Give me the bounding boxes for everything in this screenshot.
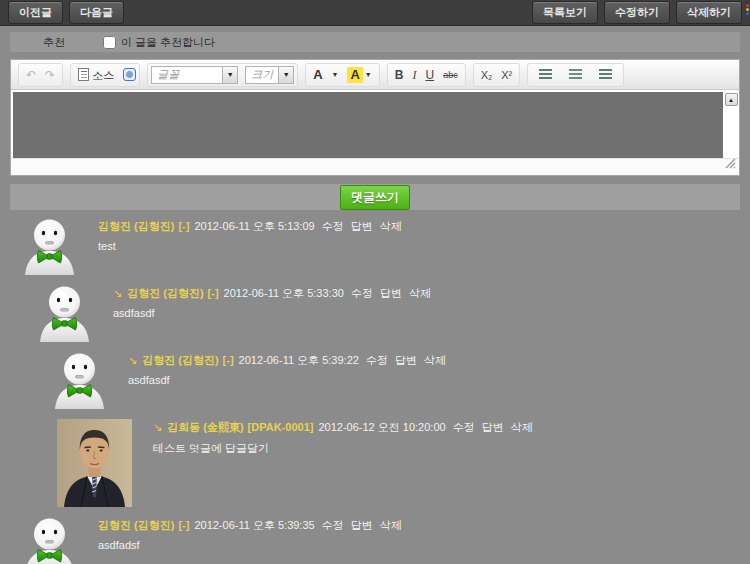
comment-date: 2012-06-11 오후 5:13:09 [194, 220, 314, 232]
comment-content: ↘김희동 (金熙東)[DPAK-0001]2012-06-12 오전 10:20… [153, 419, 533, 507]
subscript-button[interactable]: X₂ [477, 66, 497, 84]
comment-edit-link[interactable]: 수정 [366, 354, 388, 366]
comment-header: ↘김희동 (金熙東)[DPAK-0001]2012-06-12 오전 10:20… [153, 420, 533, 435]
maximize-icon[interactable] [123, 68, 136, 81]
align-right-icon [599, 69, 612, 80]
align-center-icon [569, 69, 582, 80]
comment-reply-link[interactable]: 답변 [351, 519, 373, 531]
comment-reply-link[interactable]: 답변 [380, 287, 402, 299]
comment-row: 김형진 (김형진)[-]2012-06-11 오후 5:13:09수정답변삭제t… [0, 218, 750, 275]
reply-arrow-icon: ↘ [113, 287, 122, 299]
text-color-caret-icon: ▼ [332, 67, 339, 83]
delete-post-button[interactable]: 삭제하기 [676, 1, 742, 24]
prev-next-group: 이전글 다음글 [5, 1, 127, 24]
comment-edit-link[interactable]: 수정 [453, 421, 475, 433]
comment-delete-link[interactable]: 삭제 [511, 421, 533, 433]
prev-post-button[interactable]: 이전글 [8, 1, 63, 24]
comment-body: 테스트 덧글에 답글달기 [153, 441, 533, 456]
recommend-row: 추천 이 글을 추천합니다 [10, 32, 740, 52]
highlight-color-button[interactable]: A ▼ [343, 66, 375, 84]
comment-author-tag: [-] [223, 354, 234, 366]
list-view-button[interactable]: 목록보기 [532, 1, 598, 24]
source-group: 소스 [70, 63, 140, 87]
comment-content: ↘김형진 (김형진)[-]2012-06-11 오후 5:33:30수정답변삭제… [113, 285, 431, 342]
font-dropdown[interactable]: 글꼴 ▼ [151, 65, 238, 85]
comment-row: ↘김형진 (김형진)[-]2012-06-11 오후 5:33:30수정답변삭제… [0, 285, 750, 342]
top-action-bar: 이전글 다음글 목록보기 수정하기 삭제하기 [0, 0, 750, 26]
comment-date: 2012-06-12 오전 10:20:00 [318, 421, 445, 433]
align-right-button[interactable] [591, 68, 620, 81]
comment-date: 2012-06-11 오후 5:39:35 [194, 519, 314, 531]
write-comment-button[interactable]: 댓글쓰기 [340, 185, 410, 210]
comment-reply-link[interactable]: 답변 [351, 220, 373, 232]
comment-author-link[interactable]: 김형진 (김형진) [127, 287, 203, 299]
strikethrough-button[interactable]: abc [439, 66, 462, 84]
size-dropdown[interactable]: 크기 ▼ [245, 65, 294, 85]
comment-body: asdfasdf [128, 374, 446, 386]
scroll-up-icon[interactable]: ▲ [725, 93, 738, 106]
user-photo-avatar [57, 419, 132, 507]
comment-author-link[interactable]: 김희동 (金熙東) [167, 421, 243, 433]
comment-header: ↘김형진 (김형진)[-]2012-06-11 오후 5:33:30수정답변삭제 [113, 286, 431, 301]
post-actions-group: 목록보기 수정하기 삭제하기 [529, 1, 745, 24]
bold-button[interactable]: B [391, 66, 408, 84]
comment-edit-link[interactable]: 수정 [351, 287, 373, 299]
comment-reply-link[interactable]: 답변 [395, 354, 417, 366]
comment-author-link[interactable]: 김형진 (김형진) [98, 519, 174, 531]
editor-body: ▲ [11, 90, 739, 158]
comment-header: ↘김형진 (김형진)[-]2012-06-11 오후 5:39:22수정답변삭제 [128, 353, 446, 368]
edit-post-button[interactable]: 수정하기 [604, 1, 670, 24]
underline-button[interactable]: U [421, 66, 438, 84]
comment-delete-link[interactable]: 삭제 [380, 519, 402, 531]
font-size-group: 글꼴 ▼ 크기 ▼ [147, 63, 298, 87]
comment-date: 2012-06-11 오후 5:33:30 [224, 287, 344, 299]
comment-reply-link[interactable]: 답변 [482, 421, 504, 433]
undo-icon[interactable]: ↶ [22, 66, 40, 84]
recommend-checkbox[interactable] [103, 36, 116, 49]
comment-header: 김형진 (김형진)[-]2012-06-11 오후 5:39:35수정답변삭제 [98, 518, 402, 533]
font-dropdown-value: 글꼴 [151, 66, 223, 84]
align-center-button[interactable] [561, 68, 590, 81]
align-group [527, 63, 624, 87]
resize-handle-icon[interactable] [725, 155, 736, 173]
user-snowman-avatar [37, 285, 92, 342]
comments-list: 김형진 (김형진)[-]2012-06-11 오후 5:13:09수정답변삭제t… [0, 218, 750, 564]
comment-author-link[interactable]: 김형진 (김형진) [98, 220, 174, 232]
comment-delete-link[interactable]: 삭제 [380, 220, 402, 232]
align-left-icon [539, 69, 552, 80]
editor-scrollbar[interactable]: ▲ [723, 92, 739, 158]
italic-button[interactable]: I [408, 66, 420, 84]
comment-delete-link[interactable]: 삭제 [424, 354, 446, 366]
comment-delete-link[interactable]: 삭제 [409, 287, 431, 299]
comment-content: 김형진 (김형진)[-]2012-06-11 오후 5:13:09수정답변삭제t… [98, 218, 402, 275]
comment-author-tag: [-] [178, 519, 189, 531]
align-left-button[interactable] [531, 68, 560, 81]
comment-date: 2012-06-11 오후 5:39:22 [239, 354, 359, 366]
next-post-button[interactable]: 다음글 [69, 1, 124, 24]
recommend-checkbox-label[interactable]: 이 글을 추천합니다 [103, 35, 215, 50]
editor-text-area[interactable] [13, 92, 723, 158]
undo-redo-group: ↶ ↷ [18, 63, 63, 87]
user-snowman-avatar [22, 218, 77, 275]
editor-toolbar: ↶ ↷ 소스 글꼴 ▼ 크기 ▼ A ▼ [11, 60, 739, 90]
source-label: 소스 [92, 67, 114, 83]
superscript-button[interactable]: X² [497, 66, 516, 84]
comment-content: 김형진 (김형진)[-]2012-06-11 오후 5:39:35수정답변삭제a… [98, 517, 402, 564]
comment-row: ↘김형진 (김형진)[-]2012-06-11 오후 5:39:22수정답변삭제… [0, 352, 750, 409]
comment-author-link[interactable]: 김형진 (김형진) [142, 354, 218, 366]
comment-edit-link[interactable]: 수정 [322, 220, 344, 232]
comment-content: ↘김형진 (김형진)[-]2012-06-11 오후 5:39:22수정답변삭제… [128, 352, 446, 409]
comment-author-tag: [-] [208, 287, 219, 299]
source-icon [78, 68, 89, 81]
text-color-button[interactable]: A ▼ [309, 66, 342, 84]
color-dots-icon [746, 4, 750, 14]
size-dropdown-value: 크기 [245, 66, 279, 84]
redo-icon[interactable]: ↷ [41, 66, 59, 84]
comment-edit-link[interactable]: 수정 [322, 519, 344, 531]
recommend-checkbox-text: 이 글을 추천합니다 [121, 35, 215, 50]
size-dropdown-caret-icon[interactable]: ▼ [279, 66, 294, 84]
font-dropdown-caret-icon[interactable]: ▼ [223, 66, 238, 84]
comment-body: test [98, 240, 402, 252]
source-button[interactable]: 소스 [74, 66, 118, 84]
comment-body: asdfadsf [98, 539, 402, 551]
